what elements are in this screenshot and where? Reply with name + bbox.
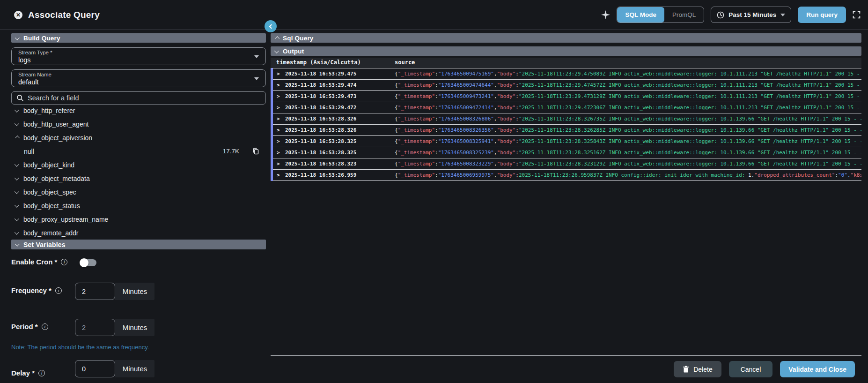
row-timestamp: 2025-11-18 16:53:26.959 [285,172,356,178]
cancel-button[interactable]: Cancel [729,361,773,377]
chevron-up-icon [275,36,280,41]
chevron-down-icon[interactable] [15,230,19,235]
chevron-up-icon[interactable] [15,135,20,140]
field-value-row[interactable]: null17.7K [11,144,266,158]
field-name: body_http_user_agent [23,120,88,128]
log-row[interactable]: >2025-11-18 16:53:29.475{"_timestamp":"1… [273,68,861,80]
stream-type-value: logs [18,56,31,64]
expand-row-icon[interactable]: > [277,71,280,77]
field-row[interactable]: body_remote_addr [11,226,266,240]
expand-row-icon[interactable]: > [277,105,280,111]
period-input[interactable] [75,319,115,336]
enable-cron-label: Enable Cron *i [11,258,67,266]
expand-row-icon[interactable]: > [277,116,280,122]
field-name: null [24,148,34,155]
row-source: {"_timestamp":"1763465008326806","body":… [395,116,861,122]
time-range-selector[interactable]: Past 15 Minutes [711,7,791,23]
trash-icon [683,366,689,373]
field-row[interactable]: body_object_apiversion [11,131,266,144]
field-row[interactable]: body_http_referer [11,104,266,117]
expand-row-icon[interactable]: > [277,172,280,178]
log-row[interactable]: >2025-11-18 16:53:28.326{"_timestamp":"1… [273,125,861,136]
stream-name-value: default [18,78,39,86]
build-query-panel: Build Query Stream Type * logs Stream Na… [11,33,266,383]
field-name: body_object_status [23,202,80,210]
log-row[interactable]: >2025-11-18 16:53:28.325{"_timestamp":"1… [273,147,861,158]
row-timestamp: 2025-11-18 16:53:28.326 [285,116,356,122]
period-note: Note: The period should be the same as f… [11,344,149,351]
chevron-down-icon[interactable] [15,217,19,221]
chevron-down-icon [254,55,259,58]
field-row[interactable]: body_object_metadata [11,172,266,185]
field-row[interactable]: body_http_user_agent [11,117,266,131]
row-source: {"_timestamp":"1763465008325941","body":… [395,138,861,144]
frequency-input[interactable] [75,283,115,300]
delete-button[interactable]: Delete [674,361,721,377]
info-icon[interactable]: i [55,287,62,294]
log-row[interactable]: >2025-11-18 16:53:26.959{"_timestamp":"1… [273,170,861,181]
expand-row-icon[interactable]: > [277,138,280,144]
promql-button[interactable]: PromQL [664,7,704,23]
validate-and-close-button[interactable]: Validate and Close [780,361,855,377]
output-rows: >2025-11-18 16:53:29.475{"_timestamp":"1… [271,68,861,181]
log-row[interactable]: >2025-11-18 16:53:28.326{"_timestamp":"1… [273,113,861,125]
chevron-down-icon[interactable] [15,162,19,167]
field-search-input[interactable] [28,94,261,102]
run-query-button[interactable]: Run query [798,7,846,23]
chevron-down-icon[interactable] [15,121,19,126]
row-timestamp: 2025-11-18 16:53:29.474 [285,82,356,88]
field-value-count: 17.7K [223,148,239,155]
copy-icon[interactable] [252,148,259,155]
close-icon[interactable]: ✕ [14,11,22,19]
expand-row-icon[interactable]: > [277,161,280,167]
enable-cron-toggle[interactable] [81,259,96,266]
field-row[interactable]: body_object_spec [11,185,266,199]
fullscreen-icon[interactable] [853,11,861,19]
stream-type-select[interactable]: Stream Type * logs [11,47,266,65]
sparkle-icon[interactable] [601,10,610,19]
stream-name-select[interactable]: Stream Name default [11,69,266,87]
field-row[interactable]: body_object_kind [11,158,266,172]
delay-label: Delay *i [11,369,45,377]
collapse-panel-button[interactable] [265,20,277,32]
chevron-down-icon[interactable] [15,108,19,113]
field-row[interactable]: body_proxy_upstream_name [11,212,266,226]
sql-query-section-header[interactable]: Sql Query [271,33,861,43]
row-timestamp: 2025-11-18 16:53:28.325 [285,138,356,144]
chevron-down-icon[interactable] [15,203,19,208]
log-row[interactable]: >2025-11-18 16:53:28.325{"_timestamp":"1… [273,136,861,147]
log-row[interactable]: >2025-11-18 16:53:29.474{"_timestamp":"1… [273,80,861,91]
log-row[interactable]: >2025-11-18 16:53:28.323{"_timestamp":"1… [273,158,861,170]
info-icon[interactable]: i [38,370,45,376]
chevron-down-icon [780,14,785,16]
row-source: {"_timestamp":"1763465008323229","body":… [395,161,861,167]
section-title: Output [283,48,304,55]
row-source: {"_timestamp":"1763465006959975","body":… [395,172,861,178]
info-icon[interactable]: i [42,323,48,330]
field-row[interactable]: body_object_status [11,199,266,212]
log-row[interactable]: >2025-11-18 16:53:29.473{"_timestamp":"1… [273,91,861,102]
field-name: body_proxy_upstream_name [23,216,108,223]
time-range-label: Past 15 Minutes [728,11,776,18]
info-icon[interactable]: i [61,259,67,265]
field-search-box [11,91,266,105]
build-query-section-header[interactable]: Build Query [11,33,266,43]
expand-row-icon[interactable]: > [277,93,280,99]
field-name: body_http_referer [23,107,75,114]
row-timestamp: 2025-11-18 16:53:29.473 [285,93,356,99]
delay-input[interactable] [75,360,115,377]
set-variables-section-header[interactable]: Set Variables [11,240,266,249]
chevron-down-icon[interactable] [15,189,19,194]
output-section-header[interactable]: Output [271,46,861,56]
field-list: body_http_refererbody_http_user_agentbod… [11,104,266,240]
chevron-left-icon [269,24,273,29]
field-name: body_remote_addr [23,229,79,237]
chevron-down-icon[interactable] [15,176,19,180]
expand-row-icon[interactable]: > [277,150,280,156]
expand-row-icon[interactable]: > [277,127,280,133]
chevron-down-icon [254,77,259,80]
log-row[interactable]: >2025-11-18 16:53:29.472{"_timestamp":"1… [273,102,861,113]
expand-row-icon[interactable]: > [277,82,280,88]
footer-actions: Delete Cancel Validate and Close [674,361,855,377]
sql-mode-button[interactable]: SQL Mode [617,7,664,23]
